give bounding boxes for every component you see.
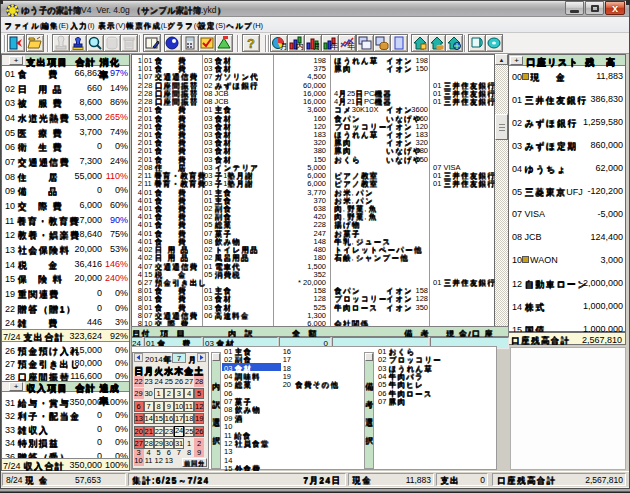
svg-text:?: ? <box>247 36 255 51</box>
svg-text:月: 月 <box>313 42 321 51</box>
svg-text:内: 内 <box>296 42 304 51</box>
svg-text:年: 年 <box>330 42 338 51</box>
svg-text:年: 年 <box>347 42 355 51</box>
svg-text:月: 月 <box>280 42 287 51</box>
